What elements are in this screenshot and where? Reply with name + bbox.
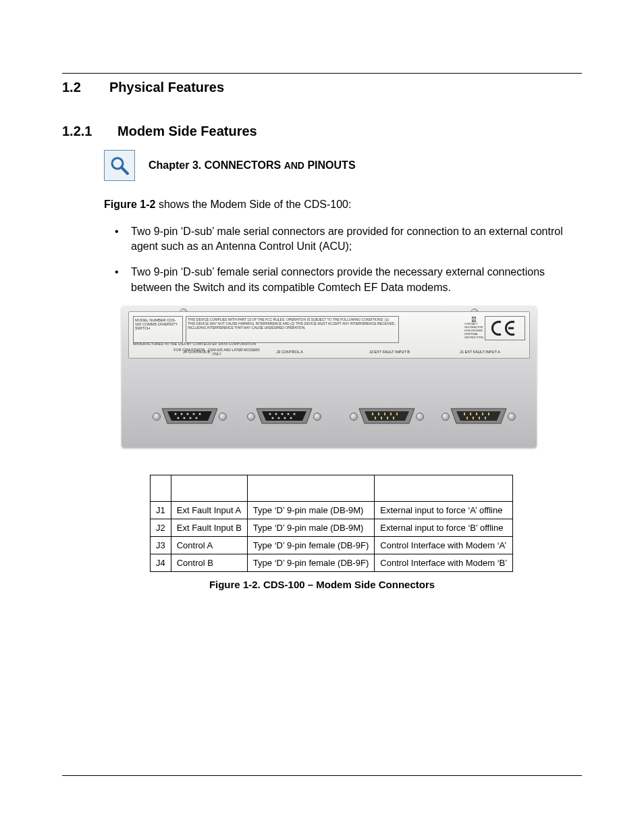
subsection-title: Modem Side Features	[117, 124, 257, 139]
table-header	[247, 475, 374, 502]
fcc-label: THIS DEVICE COMPLIES WITH PART 15 OF THE…	[186, 316, 399, 343]
svg-rect-38	[470, 413, 471, 415]
table-row: J1 Ext Fault Input A Type ‘D’ 9-pin male…	[151, 502, 513, 519]
svg-line-1	[122, 167, 128, 174]
svg-rect-33	[375, 417, 376, 419]
svg-rect-32	[396, 413, 398, 415]
svg-point-21	[281, 413, 283, 415]
svg-point-20	[275, 413, 277, 415]
bullet-list: Two 9-pin ‘D-sub’ male serial connectors…	[104, 224, 582, 296]
device-photo: MODEL NUMBER CDS-100 COMMS DIVERSITY SWI…	[122, 306, 537, 448]
figure-reference: Figure 1-2	[104, 199, 155, 210]
svg-point-10	[174, 413, 176, 415]
db9-female-connector-icon	[158, 403, 221, 429]
intro-paragraph: Figure 1-2 shows the Modem Side of the C…	[104, 197, 582, 212]
svg-point-25	[277, 417, 279, 419]
svg-rect-44	[479, 417, 480, 419]
db9-male-connector-icon	[355, 403, 419, 429]
port-label-j3: J3 CONTROL A	[263, 350, 317, 355]
connectors-table: J1 Ext Fault Input A Type ‘D’ 9-pin male…	[150, 475, 513, 572]
db9-male-connector-icon	[447, 403, 510, 429]
port-label-j4: J4 CONTROL B	[169, 350, 223, 355]
svg-point-27	[290, 417, 292, 419]
svg-rect-34	[381, 417, 382, 419]
section-title: Physical Features	[109, 80, 224, 95]
callout-text: Chapter 3. CONNECTORS AND PINOUTS	[149, 159, 356, 172]
svg-point-16	[183, 417, 185, 419]
svg-point-14	[198, 413, 200, 415]
section-number: 1.2	[62, 80, 89, 95]
svg-rect-43	[473, 417, 474, 419]
page-rule-top	[62, 73, 582, 74]
table-row: J3 Control A Type ‘D’ 9-pin female (DB-9…	[151, 537, 513, 554]
svg-point-17	[189, 417, 191, 419]
subsection-number: 1.2.1	[62, 124, 97, 139]
ce-mark-icon	[485, 316, 525, 340]
device-label-panel: MODEL NUMBER CDS-100 COMMS DIVERSITY SWI…	[128, 311, 530, 359]
page-rule-bottom	[62, 775, 582, 776]
port-label-j1: J1 EXT FAULT INPUT A	[446, 350, 514, 355]
port-label-j2: J2 EXT FAULT INPUT B	[356, 350, 423, 355]
figure-caption: Figure 1-2. CDS-100 – Modem Side Connect…	[62, 579, 582, 590]
model-label: MODEL NUMBER CDS-100 COMMS DIVERSITY SWI…	[133, 316, 183, 343]
table-row: J4 Control B Type ‘D’ 9-pin female (DB-9…	[151, 554, 513, 572]
svg-rect-41	[488, 413, 489, 415]
section-heading: 1.2 Physical Features	[62, 80, 582, 95]
weee-icon: CONTACT DISTRIBUTOR FOR PROPER DISPOSAL …	[467, 316, 481, 339]
svg-point-18	[195, 417, 197, 419]
reference-callout: Chapter 3. CONNECTORS AND PINOUTS	[104, 150, 582, 181]
svg-point-24	[271, 417, 273, 419]
svg-point-26	[284, 417, 286, 419]
svg-rect-39	[476, 413, 477, 415]
svg-rect-30	[384, 413, 385, 415]
svg-point-11	[180, 413, 182, 415]
db9-female-connector-icon	[252, 403, 316, 429]
svg-point-12	[186, 413, 188, 415]
table-header	[375, 475, 513, 502]
svg-point-23	[293, 413, 295, 415]
svg-rect-45	[485, 417, 486, 419]
svg-rect-28	[372, 413, 373, 415]
svg-rect-29	[378, 413, 379, 415]
subsection-heading: 1.2.1 Modem Side Features	[62, 124, 582, 139]
list-item: Two 9-pin ‘D-sub’ female serial connecto…	[127, 265, 582, 295]
magnifier-icon	[104, 150, 135, 181]
list-item: Two 9-pin ‘D-sub’ male serial connectors…	[127, 224, 582, 255]
svg-point-13	[192, 413, 194, 415]
svg-rect-31	[390, 413, 392, 415]
manufacturer-label: MANUFACTURED IN THE USA BY COMTECH EF DA…	[133, 342, 256, 346]
svg-rect-37	[464, 413, 465, 415]
svg-point-19	[269, 413, 271, 415]
svg-point-15	[177, 417, 179, 419]
svg-rect-35	[387, 417, 388, 419]
table-header	[171, 475, 247, 502]
table-row: J2 Ext Fault Input B Type ‘D’ 9-pin male…	[151, 519, 513, 537]
svg-rect-42	[466, 417, 468, 419]
svg-rect-40	[482, 413, 483, 415]
table-header-row	[151, 475, 513, 502]
svg-point-22	[287, 413, 289, 415]
svg-rect-36	[393, 417, 394, 419]
table-header	[151, 475, 171, 502]
